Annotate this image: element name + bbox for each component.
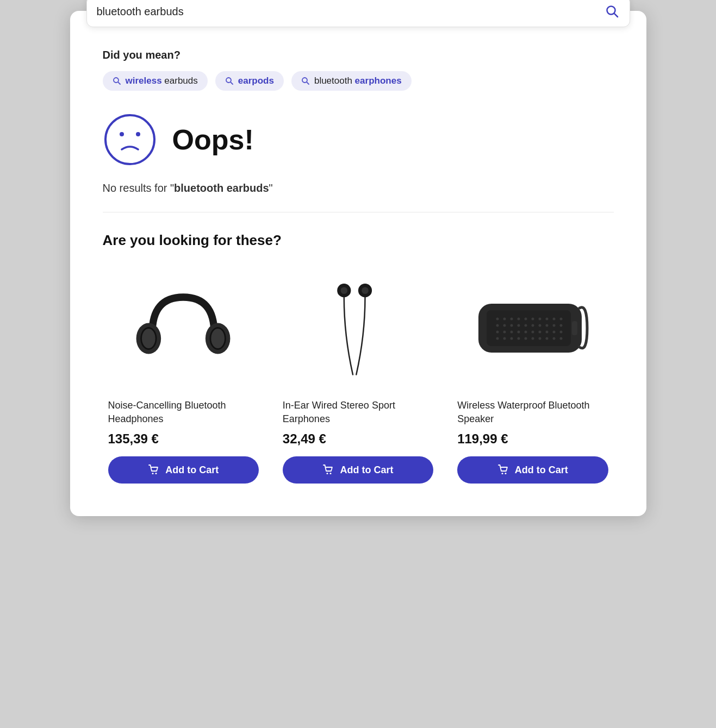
chip-search-icon-2 xyxy=(225,77,234,85)
svg-point-8 xyxy=(105,115,154,164)
suggestion-chip-earpods[interactable]: earpods xyxy=(215,71,284,91)
svg-point-23 xyxy=(327,473,328,474)
product-card-1: Noise-Cancelling Bluetooth Headphones 13… xyxy=(103,268,264,489)
svg-point-43 xyxy=(538,324,541,327)
chip-label-2: earpods xyxy=(238,76,274,86)
looking-for-title: Are you looking for these? xyxy=(103,232,614,249)
search-button[interactable] xyxy=(605,4,620,19)
svg-point-56 xyxy=(559,331,562,334)
svg-point-10 xyxy=(136,132,140,136)
cart-icon-2 xyxy=(322,464,334,476)
svg-point-37 xyxy=(496,324,499,327)
svg-point-45 xyxy=(552,324,555,327)
svg-point-48 xyxy=(503,331,506,334)
svg-point-58 xyxy=(503,337,506,340)
divider xyxy=(103,212,614,212)
svg-point-50 xyxy=(517,331,520,334)
product-name-2: In-Ear Wired Stereo Sport Earphones xyxy=(283,399,433,426)
add-to-cart-button-1[interactable]: Add to Cart xyxy=(108,456,259,484)
add-to-cart-button-2[interactable]: Add to Cart xyxy=(283,456,433,484)
search-icon xyxy=(605,4,620,19)
product-card-3: Wireless Waterproof Bluetooth Speaker 11… xyxy=(452,268,613,489)
svg-point-68 xyxy=(501,473,503,474)
svg-point-32 xyxy=(531,318,534,321)
product-grid: Noise-Cancelling Bluetooth Headphones 13… xyxy=(103,268,614,489)
svg-point-41 xyxy=(524,324,527,327)
page-container: Did you mean? wireless earbuds xyxy=(70,11,646,516)
svg-point-66 xyxy=(559,337,562,340)
svg-point-54 xyxy=(545,331,548,334)
cart-icon-1 xyxy=(148,464,160,476)
svg-point-30 xyxy=(517,318,520,321)
svg-point-22 xyxy=(362,287,369,294)
svg-point-53 xyxy=(538,331,541,334)
add-to-cart-label-2: Add to Cart xyxy=(340,465,393,476)
svg-line-5 xyxy=(231,82,233,84)
svg-point-31 xyxy=(524,318,527,321)
product-price-2: 32,49 € xyxy=(283,431,433,447)
search-bar xyxy=(86,0,630,27)
svg-point-47 xyxy=(496,331,499,334)
earphones-svg xyxy=(309,271,407,385)
svg-point-69 xyxy=(505,473,506,474)
svg-point-29 xyxy=(510,318,513,321)
add-to-cart-label-3: Add to Cart xyxy=(515,465,568,476)
svg-point-15 xyxy=(142,329,155,348)
svg-point-34 xyxy=(545,318,548,321)
svg-point-51 xyxy=(524,331,527,334)
product-image-3 xyxy=(457,268,608,388)
suggestion-chips: wireless earbuds earpods xyxy=(103,71,614,91)
svg-point-46 xyxy=(559,324,562,327)
speaker-svg xyxy=(473,293,593,363)
svg-point-36 xyxy=(559,318,562,321)
svg-point-18 xyxy=(155,473,157,474)
svg-line-1 xyxy=(614,14,617,17)
headphones-svg xyxy=(132,277,235,380)
svg-point-40 xyxy=(517,324,520,327)
svg-point-63 xyxy=(538,337,541,340)
add-to-cart-button-3[interactable]: Add to Cart xyxy=(457,456,608,484)
svg-point-52 xyxy=(531,331,534,334)
product-price-1: 135,39 € xyxy=(108,431,259,447)
looking-for-section: Are you looking for these? xyxy=(103,232,614,489)
svg-point-64 xyxy=(545,337,548,340)
search-input[interactable] xyxy=(97,5,599,18)
svg-point-44 xyxy=(545,324,548,327)
svg-point-35 xyxy=(552,318,555,321)
svg-rect-67 xyxy=(572,321,577,335)
suggestion-chip-wireless-earbuds[interactable]: wireless earbuds xyxy=(103,71,208,91)
svg-point-39 xyxy=(510,324,513,327)
chip-label-3: bluetooth earphones xyxy=(314,76,402,86)
svg-point-49 xyxy=(510,331,513,334)
add-to-cart-label-1: Add to Cart xyxy=(165,465,219,476)
did-you-mean-section: Did you mean? wireless earbuds xyxy=(103,49,614,91)
svg-point-17 xyxy=(152,473,154,474)
svg-point-9 xyxy=(120,132,124,136)
product-name-3: Wireless Waterproof Bluetooth Speaker xyxy=(457,399,608,426)
did-you-mean-label: Did you mean? xyxy=(103,49,614,61)
svg-rect-26 xyxy=(487,310,571,346)
chip-search-icon-1 xyxy=(113,77,121,85)
svg-point-60 xyxy=(517,337,520,340)
svg-point-28 xyxy=(503,318,506,321)
chip-search-icon-3 xyxy=(301,77,310,85)
svg-point-42 xyxy=(531,324,534,327)
product-price-3: 119,99 € xyxy=(457,431,608,447)
main-content: Did you mean? wireless earbuds xyxy=(70,11,646,489)
svg-point-61 xyxy=(524,337,527,340)
product-image-1 xyxy=(108,268,259,388)
no-results-text: No results for "bluetooth earbuds" xyxy=(103,182,614,194)
svg-line-3 xyxy=(118,82,120,84)
cart-icon-3 xyxy=(497,464,509,476)
svg-point-20 xyxy=(341,287,348,294)
oops-title: Oops! xyxy=(172,123,254,156)
svg-point-16 xyxy=(211,329,225,348)
svg-line-7 xyxy=(307,82,309,84)
oops-section: Oops! xyxy=(103,112,614,167)
suggestion-chip-bluetooth-earphones[interactable]: bluetooth earphones xyxy=(291,71,412,91)
svg-point-24 xyxy=(330,473,332,474)
oops-face-icon xyxy=(103,112,157,167)
svg-point-33 xyxy=(538,318,541,321)
product-card-2: In-Ear Wired Stereo Sport Earphones 32,4… xyxy=(277,268,439,489)
svg-point-27 xyxy=(496,318,499,321)
